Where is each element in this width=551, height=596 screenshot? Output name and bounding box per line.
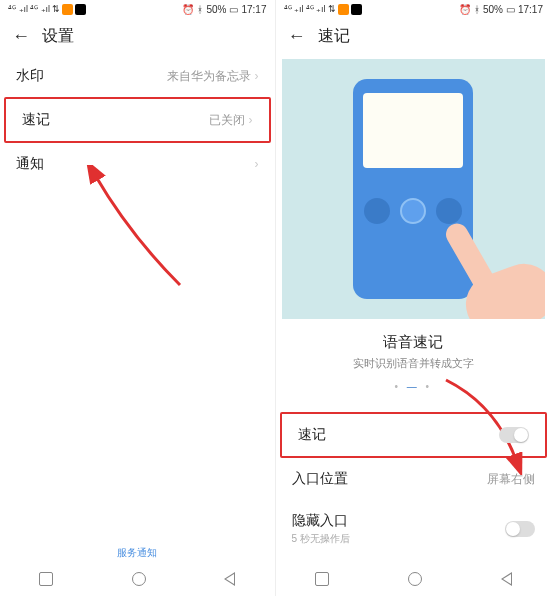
promo-illustration: [282, 59, 546, 319]
nav-home-icon[interactable]: [132, 572, 146, 586]
device-btn: [400, 198, 426, 224]
signal-icon: ⁴ᴳ ₊ıl: [284, 4, 304, 14]
device-screen: [363, 93, 463, 168]
row-notify[interactable]: 通知 ›: [0, 143, 275, 185]
app-icon: [351, 4, 362, 15]
row-label: 隐藏入口: [292, 512, 350, 530]
toggle-switch[interactable]: [499, 427, 529, 443]
back-icon[interactable]: ←: [12, 26, 30, 47]
battery-text: 50%: [483, 4, 503, 15]
phone-left-settings: ⁴ᴳ ₊ıl ⁴ᴳ ₊ıl ⇅ ⏰ ᚼ 50% ▭ 17:17 ← 设置 水印: [0, 0, 276, 596]
footer-link[interactable]: 服务通知: [0, 538, 275, 562]
row-value: 已关闭 ›: [209, 112, 253, 129]
nav-recent-icon[interactable]: [315, 572, 329, 586]
page-title: 速记: [318, 26, 350, 47]
clock-text: 17:17: [518, 4, 543, 15]
nav-bar: [276, 562, 552, 596]
toggle-switch[interactable]: [505, 521, 535, 537]
status-left: ⁴ᴳ ₊ıl ⁴ᴳ ₊ıl ⇅: [8, 4, 86, 15]
signal-icon: ⁴ᴳ ₊ıl: [8, 4, 28, 14]
app-icon: [338, 4, 349, 15]
status-right: ⏰ ᚼ 50% ▭ 17:17: [459, 4, 543, 15]
status-bar: ⁴ᴳ ₊ıl ⁴ᴳ ₊ıl ⇅ ⏰ ᚼ 50% ▭ 17:17: [0, 0, 275, 18]
row-quicknote[interactable]: 速记 已关闭 ›: [4, 97, 271, 143]
promo-subtitle: 实时识别语音并转成文字: [276, 356, 552, 371]
page-title: 设置: [42, 26, 74, 47]
phone-right-quicknote: ⁴ᴳ ₊ıl ⁴ᴳ ₊ıl ⇅ ⏰ ᚼ 50% ▭ 17:17 ← 速记: [276, 0, 552, 596]
clock-text: 17:17: [241, 4, 266, 15]
row-quicknote-toggle[interactable]: 速记: [280, 412, 548, 458]
header: ← 设置: [0, 18, 275, 55]
chevron-right-icon: ›: [249, 113, 253, 127]
bluetooth-icon: ᚼ: [474, 4, 480, 15]
row-label: 速记: [22, 111, 50, 129]
chevron-right-icon: ›: [255, 69, 259, 83]
status-left: ⁴ᴳ ₊ıl ⁴ᴳ ₊ıl ⇅: [284, 4, 362, 15]
chevron-right-icon: ›: [255, 157, 259, 171]
row-value: 屏幕右侧: [487, 471, 535, 488]
battery-icon: ▭: [229, 4, 238, 15]
nav-recent-icon[interactable]: [39, 572, 53, 586]
promo-title: 语音速记: [276, 333, 552, 352]
bluetooth-icon: ᚼ: [197, 4, 203, 15]
data-icon: ⇅: [52, 4, 60, 14]
row-value: 来自华为备忘录 ›: [167, 68, 259, 85]
app-icon: [75, 4, 86, 15]
nav-back-icon[interactable]: [224, 572, 235, 586]
device-btn: [364, 198, 390, 224]
row-watermark[interactable]: 水印 来自华为备忘录 ›: [0, 55, 275, 97]
row-label: 速记: [298, 426, 326, 444]
nav-back-icon[interactable]: [501, 572, 512, 586]
battery-text: 50%: [206, 4, 226, 15]
alarm-icon: ⏰: [182, 4, 194, 15]
hand-graphic: [425, 219, 545, 299]
nav-bar: [0, 562, 275, 596]
app-icon: [62, 4, 73, 15]
row-position[interactable]: 入口位置 屏幕右侧: [276, 458, 552, 500]
nav-home-icon[interactable]: [408, 572, 422, 586]
row-label: 通知: [16, 155, 44, 173]
row-hide-entry[interactable]: 隐藏入口 5 秒无操作后: [276, 500, 552, 558]
alarm-icon: ⏰: [459, 4, 471, 15]
quicknote-content: 语音速记 实时识别语音并转成文字 • — • 速记 入口位置 屏幕右侧 隐藏入口…: [276, 55, 552, 562]
row-label: 入口位置: [292, 470, 348, 488]
data-icon: ⇅: [328, 4, 336, 14]
signal-icon: ⁴ᴳ ₊ıl: [306, 4, 326, 14]
signal-icon: ⁴ᴳ ₊ıl: [30, 4, 50, 14]
row-label: 水印: [16, 67, 44, 85]
settings-list: 水印 来自华为备忘录 › 速记 已关闭 › 通知 ›: [0, 55, 275, 538]
battery-icon: ▭: [506, 4, 515, 15]
back-icon[interactable]: ←: [288, 26, 306, 47]
carousel-dots: • — •: [276, 381, 552, 392]
status-right: ⏰ ᚼ 50% ▭ 17:17: [182, 4, 266, 15]
header: ← 速记: [276, 18, 552, 55]
row-sublabel: 5 秒无操作后: [292, 532, 350, 546]
status-bar: ⁴ᴳ ₊ıl ⁴ᴳ ₊ıl ⇅ ⏰ ᚼ 50% ▭ 17:17: [276, 0, 552, 18]
